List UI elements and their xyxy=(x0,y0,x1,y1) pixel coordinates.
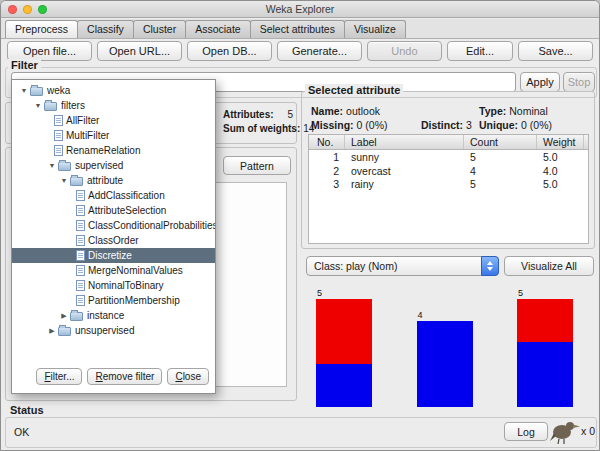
undo-button: Undo xyxy=(367,41,442,61)
minimize-window-icon[interactable] xyxy=(23,5,32,14)
document-icon xyxy=(76,220,85,231)
popup-remove-filter-button-label: Remove filter xyxy=(95,369,154,384)
bar-count-label: 5 xyxy=(517,288,573,299)
stop-filter-button: Stop xyxy=(563,72,595,92)
apply-filter-button[interactable]: Apply xyxy=(520,72,560,92)
tree-item-unsupervised[interactable]: ▶ unsupervised xyxy=(12,323,215,338)
chevron-up-down-icon[interactable] xyxy=(481,256,499,276)
cell-weight: 5.0 xyxy=(537,150,584,164)
folder-icon xyxy=(44,102,57,111)
tree-item-partitionmembership[interactable]: PartitionMembership xyxy=(12,293,215,308)
column-header-count: Count xyxy=(464,135,537,149)
tab-bar: Preprocess Classify Cluster Associate Se… xyxy=(1,19,599,39)
open-db-button[interactable]: Open DB... xyxy=(187,41,272,61)
expand-triangle-icon[interactable]: ▼ xyxy=(58,173,70,188)
bar-segment-blue xyxy=(316,364,372,407)
tab-preprocess[interactable]: Preprocess xyxy=(5,20,78,38)
class-selector-combo[interactable]: Class: play (Nom) xyxy=(306,256,499,276)
open-file-button[interactable]: Open file... xyxy=(7,41,92,61)
tab-associate[interactable]: Associate xyxy=(185,20,251,38)
tree-item-multifilter[interactable]: MultiFilter xyxy=(12,128,215,143)
folder-icon xyxy=(70,177,83,186)
cell-label: rainy xyxy=(345,177,464,191)
collapse-triangle-icon[interactable]: ▶ xyxy=(46,323,58,338)
attribute-distinct: Distinct:3 xyxy=(421,119,472,131)
titlebar[interactable]: Weka Explorer xyxy=(1,1,599,18)
tree-item-mergenominalvalues[interactable]: MergeNominalValues xyxy=(12,263,215,278)
bar-count-label: 4 xyxy=(417,310,473,321)
cell-count: 5 xyxy=(464,150,537,164)
document-icon xyxy=(76,295,85,306)
column-header-no: No. xyxy=(309,135,345,149)
popup-button-row: Filter... Remove filter Close xyxy=(12,368,215,385)
attributes-count-label: Attributes: xyxy=(223,109,274,120)
attribute-distinct-value: 3 xyxy=(466,119,472,131)
tab-visualize[interactable]: Visualize xyxy=(344,20,406,38)
popup-close-button-label: Close xyxy=(175,369,201,384)
folder-icon xyxy=(30,87,43,96)
generate-button[interactable]: Generate... xyxy=(277,41,362,61)
popup-remove-filter-button[interactable]: Remove filter xyxy=(87,368,162,385)
tree-item-renamerelation[interactable]: RenameRelation xyxy=(12,143,215,158)
expand-triangle-icon[interactable]: ▼ xyxy=(46,158,58,173)
attribute-name-label: Name: xyxy=(311,105,343,117)
attribute-unique: Unique:0 (0%) xyxy=(479,119,552,131)
log-button[interactable]: Log xyxy=(504,422,548,441)
tree-item-nominaltobinary[interactable]: NominalToBinary xyxy=(12,278,215,293)
tree-item-filters[interactable]: ▼ filters xyxy=(12,98,215,113)
edit-button[interactable]: Edit... xyxy=(447,41,513,61)
expand-triangle-icon[interactable]: ▼ xyxy=(18,83,30,98)
status-text: OK xyxy=(14,426,29,438)
histogram-bar-sunny: 5 xyxy=(316,288,372,407)
tree-item-allfilter[interactable]: AllFilter xyxy=(12,113,215,128)
table-row[interactable]: 2 overcast 4 4.0 xyxy=(309,164,588,178)
folder-icon xyxy=(58,162,71,171)
tab-classify[interactable]: Classify xyxy=(77,20,134,38)
column-header-label: Label xyxy=(345,135,464,149)
collapse-triangle-icon[interactable]: ▶ xyxy=(58,308,70,323)
save-button[interactable]: Save... xyxy=(518,41,593,61)
cell-weight: 5.0 xyxy=(537,177,584,191)
close-window-icon[interactable] xyxy=(8,5,17,14)
document-icon xyxy=(54,115,63,126)
tab-cluster[interactable]: Cluster xyxy=(133,20,186,38)
tree-item-instance[interactable]: ▶ instance xyxy=(12,308,215,323)
pattern-button[interactable]: Pattern xyxy=(223,156,291,175)
tree-item-addclassification[interactable]: AddClassification xyxy=(12,188,215,203)
filter-chooser-popup: ▼ weka ▼ filters AllFilter MultiFilter xyxy=(11,79,216,394)
table-row[interactable]: 1 sunny 5 5.0 xyxy=(309,150,588,164)
tree-item-discretize[interactable]: Discretize xyxy=(12,248,215,263)
weka-run-counter: x 0 xyxy=(581,425,595,437)
visualize-all-button[interactable]: Visualize All xyxy=(504,256,594,276)
bar-segment-red xyxy=(517,299,573,342)
attribute-type-label: Type: xyxy=(479,105,506,117)
expand-triangle-icon[interactable]: ▼ xyxy=(32,98,44,113)
window-controls xyxy=(8,5,47,14)
tree-item-supervised[interactable]: ▼ supervised xyxy=(12,158,215,173)
tab-select-attributes[interactable]: Select attributes xyxy=(250,20,345,38)
tree-item-classconditionalprobabilities[interactable]: ClassConditionalProbabilities xyxy=(12,218,215,233)
bar-segment-blue xyxy=(417,321,473,407)
attribute-missing-value: 0 (0%) xyxy=(357,119,388,131)
table-row[interactable]: 3 rainy 5 5.0 xyxy=(309,177,588,191)
open-url-button[interactable]: Open URL... xyxy=(97,41,182,61)
filter-tree: ▼ weka ▼ filters AllFilter MultiFilter xyxy=(12,83,215,338)
folder-icon xyxy=(70,312,83,321)
zoom-window-icon[interactable] xyxy=(38,5,47,14)
sum-of-weights-label: Sum of weights: xyxy=(223,123,300,134)
cell-label: overcast xyxy=(345,164,464,178)
tree-item-weka[interactable]: ▼ weka xyxy=(12,83,215,98)
popup-filter-button[interactable]: Filter... xyxy=(36,368,82,385)
cell-weight: 4.0 xyxy=(537,164,584,178)
attributes-count-value: 5 xyxy=(287,109,293,120)
selected-attribute-title: Selected attribute xyxy=(305,84,403,96)
tree-item-attributeselection[interactable]: AttributeSelection xyxy=(12,203,215,218)
tree-item-classorder[interactable]: ClassOrder xyxy=(12,233,215,248)
table-header-row: No. Label Count Weight xyxy=(309,135,588,150)
popup-close-button[interactable]: Close xyxy=(167,368,209,385)
document-icon xyxy=(76,205,85,216)
cell-no: 1 xyxy=(309,150,345,164)
attribute-missing-label: Missing: xyxy=(311,119,354,131)
status-section-title: Status xyxy=(7,404,47,416)
tree-item-attribute[interactable]: ▼ attribute xyxy=(12,173,215,188)
